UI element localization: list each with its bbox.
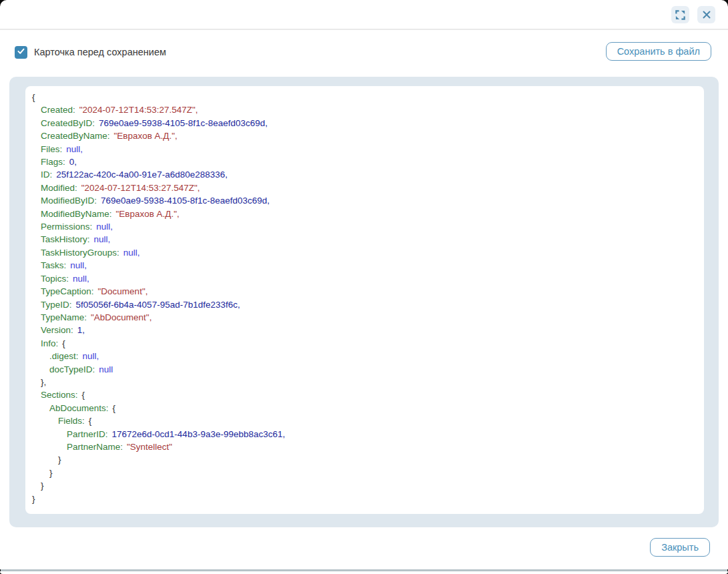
close-button[interactable]: Закрыть <box>650 538 710 557</box>
code-line: PartnerID:17672e6d-0cd1-44b3-9a3e-99ebb8… <box>32 428 696 441</box>
code-line: TypeID:5f05056f-6b4a-4057-95ad-7b1dfe233… <box>32 298 696 311</box>
close-icon <box>702 10 711 19</box>
code-line: Version:1, <box>32 324 696 336</box>
code-line: CreatedByName:"Еврахов А.Д.", <box>32 129 696 142</box>
code-line: { <box>32 91 696 103</box>
code-line: ModifiedByID:769e0ae9-5938-4105-8f1c-8ea… <box>32 194 696 207</box>
save-to-file-button[interactable]: Сохранить в файл <box>606 42 711 61</box>
card-preview-checkbox-label: Карточка перед сохранением <box>34 47 166 57</box>
dialog-header <box>0 0 728 30</box>
code-line: } <box>32 453 696 466</box>
code-line: } <box>32 493 696 505</box>
code-line: TypeCaption:"Document", <box>32 285 696 298</box>
fullscreen-button[interactable] <box>671 6 689 23</box>
code-line: } <box>32 479 696 492</box>
code-line: ID:25f122ac-420c-4a00-91e7-a6d80e288336, <box>32 168 696 181</box>
code-line: TaskHistory:null, <box>32 233 696 246</box>
code-line: TaskHistoryGroups:null, <box>32 246 696 259</box>
code-line: Fields:{ <box>32 414 696 427</box>
bottom-under-bar <box>0 571 728 574</box>
code-line: PartnerName:"Syntellect" <box>32 441 696 453</box>
code-line: AbDocuments:{ <box>32 402 696 414</box>
code-line: Modified:"2024-07-12T14:53:27.547Z", <box>32 182 696 194</box>
code-line: Files:null, <box>32 143 696 156</box>
code-line: CreatedByID:769e0ae9-5938-4105-8f1c-8eae… <box>32 117 696 129</box>
code-line: }, <box>32 376 696 388</box>
code-line: .digest:null, <box>32 350 696 362</box>
code-line: ModifiedByName:"Еврахов А.Д.", <box>32 208 696 220</box>
code-line: Permissions:null, <box>32 220 696 233</box>
code-line: Info:{ <box>32 337 696 350</box>
code-line: docTypeID:null <box>32 363 696 376</box>
code-line: Flags:0, <box>32 156 696 168</box>
code-line: Sections:{ <box>32 388 696 401</box>
card-preview-checkbox-row[interactable]: Карточка перед сохранением <box>15 44 166 60</box>
fullscreen-icon <box>675 9 686 21</box>
card-preview-checkbox[interactable] <box>15 46 27 59</box>
checkmark-icon <box>17 46 25 58</box>
code-line: } <box>32 467 696 479</box>
close-dialog-button[interactable] <box>697 6 715 23</box>
code-line: Tasks:null, <box>32 259 696 272</box>
code-line: Topics:null, <box>32 272 696 285</box>
json-code: {Created:"2024-07-12T14:53:27.547Z",Crea… <box>25 86 704 514</box>
code-line: Created:"2024-07-12T14:53:27.547Z", <box>32 103 696 116</box>
card-preview-dialog: Карточка перед сохранением Сохранить в ф… <box>0 0 728 569</box>
code-line: TypeName:"AbDocument", <box>32 311 696 324</box>
json-panel: {Created:"2024-07-12T14:53:27.547Z",Crea… <box>9 77 719 527</box>
